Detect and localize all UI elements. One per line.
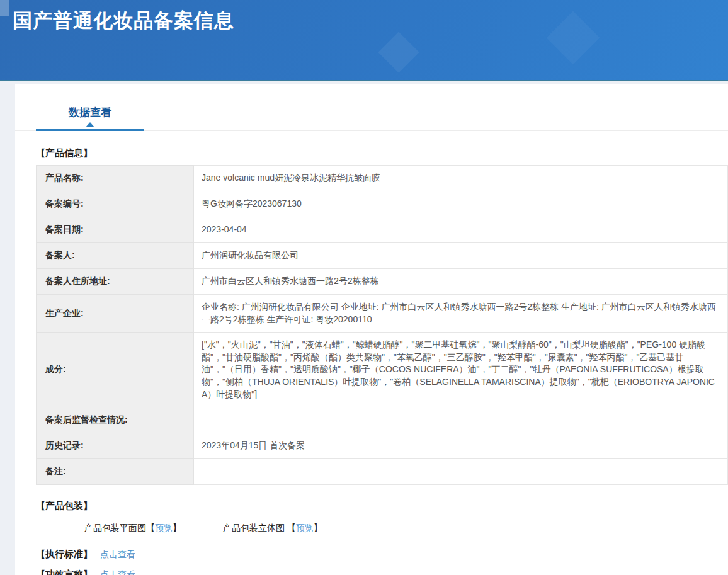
row-value: [194, 459, 728, 485]
standard-view-link[interactable]: 点击查看: [100, 549, 135, 559]
bracket-close: 】: [173, 523, 181, 533]
package-flat-preview-link[interactable]: 预览: [155, 523, 173, 533]
section-title-standard: 【执行标准】: [36, 549, 93, 559]
row-value: [194, 407, 728, 433]
package-flat-item: 产品包装平面图【预览】: [84, 523, 181, 534]
table-row: 历史记录: 2023年04月15日 首次备案: [37, 433, 728, 459]
package-stereo-preview-link[interactable]: 预览: [296, 523, 314, 533]
row-value: ["水"，"火山泥"，"甘油"，"液体石蜡"，"鲸蜡硬脂醇"，"聚二甲基硅氧烷"…: [194, 333, 728, 407]
bracket-close: 】: [314, 523, 322, 533]
row-label: 成分:: [37, 333, 194, 407]
row-label: 备案日期:: [37, 217, 194, 243]
row-value: 广州润研化妆品有限公司: [194, 243, 728, 269]
table-row: 产品名称: Jane volcanic mud妍泥冷泉冰泥精华抗皱面膜: [37, 166, 728, 191]
page-header: 国产普通化妆品备案信息: [0, 0, 728, 81]
row-label: 备案编号:: [37, 191, 194, 217]
package-flat-label: 产品包装平面图: [84, 523, 146, 533]
bracket-open: 【: [146, 523, 155, 533]
content-card: 数据查看 【产品信息】 产品名称: Jane volcanic mud妍泥冷泉冰…: [15, 84, 728, 575]
package-line: 产品包装平面图【预览】 产品包装立体图 【预览】: [84, 523, 728, 534]
table-row: 备案人: 广州润研化妆品有限公司: [37, 243, 728, 269]
section-title-product-package: 【产品包装】: [36, 500, 728, 512]
table-row: 备案编号: 粤G妆网备字2023067130: [37, 191, 728, 217]
package-stereo-item: 产品包装立体图 【预览】: [223, 523, 322, 534]
table-row: 备注:: [37, 459, 728, 485]
row-value: 2023年04月15日 首次备案: [194, 433, 728, 459]
row-label: 备案后监督检查情况:: [37, 407, 194, 433]
product-info-table: 产品名称: Jane volcanic mud妍泥冷泉冰泥精华抗皱面膜 备案编号…: [36, 165, 728, 485]
row-label: 产品名称:: [37, 166, 194, 191]
row-value: 企业名称: 广州润研化妆品有限公司 企业地址: 广州市白云区人和镇秀水塘西一路2…: [194, 295, 728, 333]
row-label: 生产企业:: [37, 295, 194, 333]
package-stereo-label: 产品包装立体图: [223, 523, 287, 533]
row-value: 粤G妆网备字2023067130: [194, 191, 728, 217]
table-row: 备案日期: 2023-04-04: [37, 217, 728, 243]
header-decor-diamond: [378, 31, 419, 72]
table-row: 生产企业: 企业名称: 广州润研化妆品有限公司 企业地址: 广州市白云区人和镇秀…: [37, 295, 728, 333]
standard-line: 【执行标准】点击查看: [36, 549, 728, 561]
row-value: 2023-04-04: [194, 217, 728, 243]
section-title-efficacy: 【功效宣称】: [36, 569, 93, 575]
row-value: 广州市白云区人和镇秀水塘西一路2号2栋整栋: [194, 269, 728, 295]
bracket-open: 【: [287, 523, 296, 533]
row-label: 备案人住所地址:: [37, 269, 194, 295]
section-title-product-info: 【产品信息】: [36, 147, 728, 159]
row-label: 备注:: [37, 459, 194, 485]
table-row: 备案人住所地址: 广州市白云区人和镇秀水塘西一路2号2栋整栋: [37, 269, 728, 295]
page-title: 国产普通化妆品备案信息: [0, 0, 728, 34]
row-label: 历史记录:: [37, 433, 194, 459]
table-row: 成分: ["水"，"火山泥"，"甘油"，"液体石蜡"，"鲸蜡硬脂醇"，"聚二甲基…: [37, 333, 728, 407]
row-label: 备案人:: [37, 243, 194, 269]
efficacy-line: 【功效宣称】点击查看: [36, 569, 728, 575]
tab-bar: 数据查看: [15, 84, 728, 131]
tab-data-view[interactable]: 数据查看: [36, 105, 144, 131]
row-value: Jane volcanic mud妍泥冷泉冰泥精华抗皱面膜: [194, 166, 728, 191]
efficacy-view-link[interactable]: 点击查看: [100, 569, 135, 575]
table-row: 备案后监督检查情况:: [37, 407, 728, 433]
